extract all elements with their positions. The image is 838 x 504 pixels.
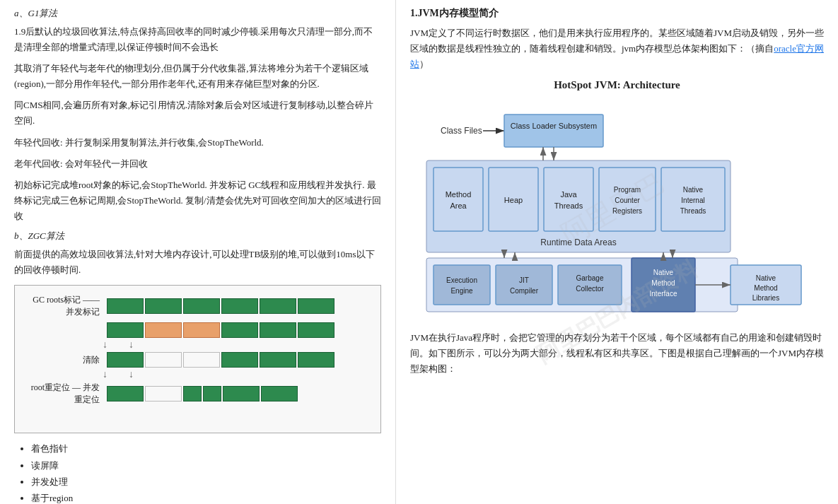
svg-text:Garbage: Garbage bbox=[576, 274, 603, 282]
svg-rect-3 bbox=[504, 115, 603, 147]
section-a-label: a、G1算法 bbox=[14, 7, 381, 20]
svg-text:Class Files: Class Files bbox=[441, 126, 482, 136]
right-column: 1.JVM内存模型简介 JVM定义了不同运行时数据区，他们是用来执行应用程序的。… bbox=[396, 0, 838, 504]
svg-text:Method: Method bbox=[445, 190, 471, 199]
gc-roots-label: GC roots标记 —— 并发标记 bbox=[29, 294, 100, 318]
svg-text:Method: Method bbox=[651, 279, 675, 287]
bullet-item-1: 着色指针 bbox=[31, 440, 381, 457]
svg-text:Heap: Heap bbox=[504, 196, 522, 204]
svg-text:Interface: Interface bbox=[649, 290, 677, 298]
gc-diagram: GC roots标记 —— 并发标记 bbox=[14, 285, 381, 433]
left-column: a、G1算法 1.9后默认的垃圾回收算法,特点保持高回收率的同时减少停顿.采用每… bbox=[0, 0, 396, 504]
svg-text:Class Loader Subsystem: Class Loader Subsystem bbox=[510, 122, 596, 130]
bullet-item-2: 读屏障 bbox=[31, 457, 381, 474]
clear-label: 清除 bbox=[29, 354, 100, 366]
left-para6: 初始标记完成堆root对象的标记,会StopTheWorld. 并发标记 GC线… bbox=[14, 177, 381, 224]
svg-text:Java: Java bbox=[560, 190, 577, 199]
svg-text:Method: Method bbox=[754, 284, 777, 292]
left-para7: 前面提供的高效垃圾回收算法,针对大堆内存设计,可以处理TB级别的堆,可以做到10… bbox=[14, 247, 381, 278]
bullet-list: 着色指针 读屏障 并发处理 基于region 内存压缩(整理) bbox=[14, 440, 381, 504]
svg-text:Native: Native bbox=[755, 274, 776, 282]
svg-rect-29 bbox=[496, 265, 552, 305]
svg-text:Engine: Engine bbox=[450, 287, 473, 295]
svg-text:Native: Native bbox=[682, 186, 703, 194]
svg-rect-26 bbox=[433, 265, 490, 305]
svg-text:Execution: Execution bbox=[446, 276, 477, 284]
left-para4: 年轻代回收: 并行复制采用复制算法,并行收集,会StopTheWorld. bbox=[14, 135, 381, 151]
section-b-label: b、ZGC算法 bbox=[14, 230, 381, 242]
arch-title: HotSpot JVM: Architecture bbox=[410, 79, 824, 91]
svg-text:Collector: Collector bbox=[576, 285, 604, 293]
svg-text:Area: Area bbox=[450, 201, 467, 210]
right-para2: JVM在执行Java程序时，会把它管理的内存划分为若干个区域，每个区域都有自己的… bbox=[410, 330, 824, 377]
bullet-item-4: 基于region bbox=[31, 490, 381, 504]
svg-text:Threads: Threads bbox=[554, 201, 583, 210]
svg-text:Internal: Internal bbox=[681, 197, 704, 204]
svg-text:Threads: Threads bbox=[680, 207, 706, 215]
svg-text:Libraries: Libraries bbox=[752, 294, 779, 302]
left-para2: 其取消了年轻代与老年代的物理划分,但仍属于分代收集器,算法将堆分为若干个逻辑区域… bbox=[14, 61, 381, 92]
svg-text:Compiler: Compiler bbox=[509, 287, 538, 295]
jvm-arch-diagram: HotSpot JVM: Architecture Class Files Cl… bbox=[410, 79, 824, 323]
oracle-link[interactable]: oracle官方网站 bbox=[410, 43, 824, 69]
left-para1: 1.9后默认的垃圾回收算法,特点保持高回收率的同时减少停顿.采用每次只清理一部分… bbox=[14, 24, 381, 55]
svg-rect-7 bbox=[433, 168, 483, 231]
bullet-item-3: 并发处理 bbox=[31, 474, 381, 490]
svg-text:Native: Native bbox=[653, 269, 673, 276]
arch-svg-wrapper: Class Files Class Loader Subsystem Runti… bbox=[410, 97, 824, 323]
svg-text:JIT: JIT bbox=[519, 276, 529, 284]
right-section1-title: 1.JVM内存模型简介 bbox=[410, 7, 824, 20]
arch-svg: Class Files Class Loader Subsystem Runti… bbox=[419, 97, 815, 323]
right-para1: JVM定义了不同运行时数据区，他们是用来执行应用程序的。某些区域随着JVM启动及… bbox=[410, 25, 824, 72]
root-relocate-label: root重定位 — 并发重定位 bbox=[29, 382, 100, 406]
left-para5: 老年代回收: 会对年轻代一并回收 bbox=[14, 156, 381, 172]
left-para3: 同CMS相同,会遍历所有对象,标记引用情况.清除对象后会对区域进行复制移动,以整… bbox=[14, 98, 381, 129]
